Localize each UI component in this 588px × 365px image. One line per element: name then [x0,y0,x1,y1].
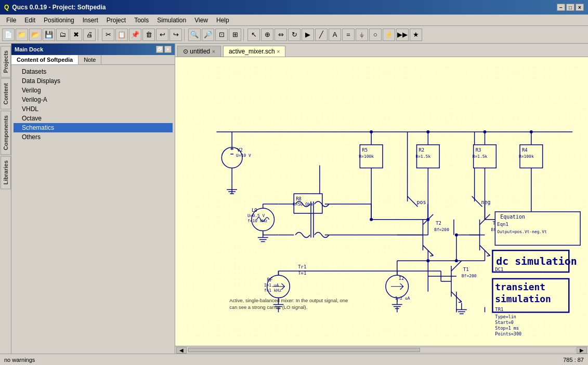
horizontal-scrollbar[interactable]: ◀ ▶ [175,346,588,354]
mirror-button[interactable]: ⇔ [275,29,287,41]
paste-button[interactable]: 📌 [129,29,141,41]
print-button[interactable]: 🖨 [83,29,96,41]
svg-text:dc simulation: dc simulation [496,255,577,267]
svg-point-56 [530,130,533,133]
dock-titlebar-btns[interactable]: 🗗 × [156,46,172,53]
svg-text:Active, single-balanced mixer:: Active, single-balanced mixer: In the ou… [229,298,348,303]
status-message: no warnings [4,357,35,363]
tab-active-mixer[interactable]: active_mixer.sch × [223,46,286,57]
menubar: File Edit Positioning Insert Project Too… [0,15,588,26]
open-button[interactable]: 📂 [29,29,42,41]
app-icon: Q [4,4,9,11]
toolbar: 📄 📁 📂 💾 🗂 ✖ 🖨 ✂ 📋 📌 🗑 ↩ ↪ 🔍 🔎 ⊡ ⊞ ↖ ⊕ ⇔ … [0,26,588,44]
close-button[interactable]: × [576,4,584,11]
dock-restore-button[interactable]: 🗗 [156,46,163,53]
rotate-button[interactable]: ↻ [288,29,300,41]
tree-item-verilog[interactable]: Verilog [14,86,173,95]
redo-button[interactable]: ↪ [169,29,182,41]
equation-button[interactable]: = [342,29,355,41]
dock-tab-content[interactable]: Content of Softpedia [11,55,79,64]
cut-button[interactable]: ✂ [102,29,114,41]
tab-untitled[interactable]: ⊙ untitled × [177,46,221,57]
sidebar-tab-projects[interactable]: Projects [1,46,11,77]
svg-text:R=1.5k: R=1.5k [416,154,431,159]
svg-text:R5: R5 [362,147,368,153]
menu-tools[interactable]: Tools [130,16,153,25]
menu-view[interactable]: View [190,16,212,25]
copy-button[interactable]: 📋 [115,29,128,41]
sidebar-tabs: Projects Content Components Libraries [0,44,11,354]
zoom-in-button[interactable]: 🔍 [188,29,201,41]
scrollbar-thumb[interactable] [188,348,420,352]
menu-insert[interactable]: Insert [79,16,102,25]
move-button[interactable]: ⊕ [261,29,273,41]
menu-edit[interactable]: Edit [20,16,40,25]
tree-item-octave[interactable]: Octave [14,114,173,123]
scroll-right-button[interactable]: ▶ [577,347,587,354]
svg-text:U=0.5 V: U=0.5 V [247,213,265,218]
wire-button[interactable]: ╱ [315,29,328,41]
scrollbar-track[interactable] [188,347,576,353]
probe-button[interactable]: ⚡ [383,29,395,41]
close-file-button[interactable]: ✖ [70,29,82,41]
svg-point-61 [455,259,458,262]
sidebar-tab-libraries[interactable]: Libraries [1,156,11,189]
tree-item-verilog-a[interactable]: Verilog-A [14,95,173,104]
new-project-button[interactable]: 📁 [16,29,28,41]
dock-title: Main Dock [15,46,43,52]
activate-button[interactable]: ▶ [302,29,314,41]
minimize-button[interactable]: − [557,4,565,11]
tree-item-vhdl[interactable]: VHDL [14,104,173,114]
zoom-select-button[interactable]: ⊞ [229,29,241,41]
canvas-area[interactable]: V2 U=10 V R5 R=100k R2 R=1.5k R3 [175,57,588,346]
tab-untitled-close[interactable]: × [212,49,215,55]
sidebar-tab-content[interactable]: Content [1,78,11,110]
tree-item-schematics[interactable]: Schematics [14,123,173,132]
schematic-svg: V2 U=10 V R5 R=100k R2 R=1.5k R3 [175,57,588,346]
statusbar: no warnings 785 : 87 [0,354,588,365]
tree-item-datasets[interactable]: Datasets [14,67,173,76]
svg-point-55 [484,130,487,133]
menu-project[interactable]: Project [102,16,130,25]
tab-untitled-label: ⊙ untitled [183,48,210,55]
delete-button[interactable]: 🗑 [142,29,155,41]
simulate-button[interactable]: ▶▶ [396,29,409,41]
save-button[interactable]: 💾 [43,29,55,41]
main-area: Projects Content Components Libraries Ma… [0,44,588,354]
tree-item-others[interactable]: Others [14,132,173,142]
save-all-button[interactable]: 🗂 [56,29,69,41]
toolbar-sep2 [184,29,186,41]
dock-tab-note[interactable]: Note [79,55,101,64]
svg-point-57 [370,218,373,221]
ground-button[interactable]: ⏚ [356,29,368,41]
zoom-out-button[interactable]: 🔎 [202,29,214,41]
label-button[interactable]: A [329,29,341,41]
undo-button[interactable]: ↩ [156,29,168,41]
maximize-button[interactable]: □ [566,4,574,11]
menu-positioning[interactable]: Positioning [40,16,79,25]
marker-button[interactable]: ★ [410,29,422,41]
new-button[interactable]: 📄 [2,29,15,41]
svg-text:f=1 kHz: f=1 kHz [264,288,282,293]
titlebar-title: Qucs 0.0.19 - Project: Softpedia [12,4,106,11]
tab-active-mixer-label: active_mixer.sch [229,48,275,55]
svg-text:R4: R4 [522,147,528,153]
menu-file[interactable]: File [2,16,20,25]
dock-panel: Main Dock 🗗 × Content of Softpedia Note … [11,44,175,354]
tab-active-mixer-close[interactable]: × [277,49,280,55]
svg-text:Output=pos.Vt-neg.Vt: Output=pos.Vt-neg.Vt [497,229,547,234]
titlebar-controls[interactable]: − □ × [557,4,584,11]
svg-line-115 [459,302,462,303]
port-button[interactable]: ○ [369,29,382,41]
scroll-left-button[interactable]: ◀ [176,347,187,354]
svg-text:f=10 kHz: f=10 kHz [247,219,267,223]
tree-item-data-displays[interactable]: Data Displays [14,76,173,86]
dock-close-button[interactable]: × [164,46,172,53]
menu-simulation[interactable]: Simulation [153,16,190,25]
menu-help[interactable]: Help [212,16,233,25]
schematic-area: ⊙ untitled × active_mixer.sch × [175,44,588,354]
zoom-fit-button[interactable]: ⊡ [215,29,228,41]
svg-point-54 [426,130,429,133]
select-button[interactable]: ↖ [247,29,260,41]
sidebar-tab-components[interactable]: Components [1,111,11,155]
